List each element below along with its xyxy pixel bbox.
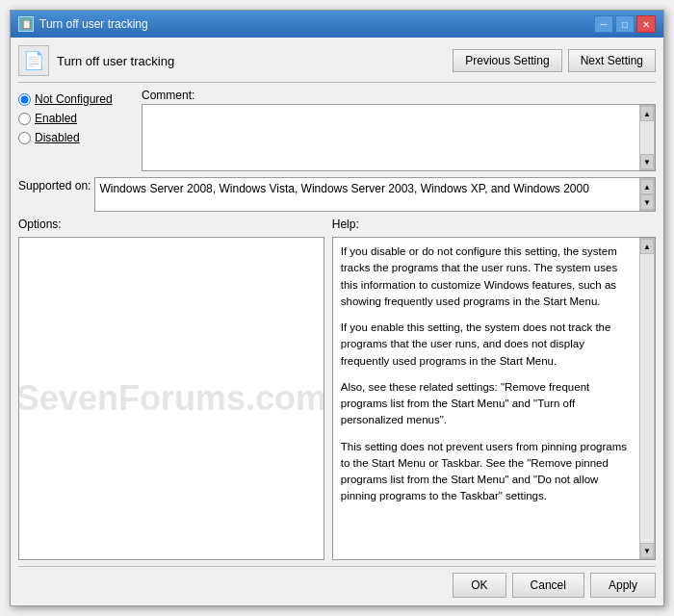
settings-row: Not Configured Enabled Disabled Comment:… <box>18 89 656 171</box>
header-left: 📄 Turn off user tracking <box>18 45 174 76</box>
options-section: SevenForums.com <box>18 237 324 560</box>
disabled-radio[interactable] <box>18 132 31 144</box>
supported-scrollbar[interactable]: ▲ ▼ <box>639 178 655 211</box>
footer: OK Cancel Apply <box>18 566 656 598</box>
supported-row: Supported on: Windows Server 2008, Windo… <box>18 177 656 212</box>
enabled-radio[interactable] <box>18 113 31 125</box>
supported-value: Windows Server 2008, Windows Vista, Wind… <box>95 178 639 211</box>
supported-wrapper: Windows Server 2008, Windows Vista, Wind… <box>94 177 656 212</box>
bottom-section: SevenForums.com If you disable or do not… <box>18 237 656 560</box>
help-paragraph-3: Also, see these related settings: "Remov… <box>341 379 632 429</box>
comment-textarea[interactable] <box>143 105 639 170</box>
comment-scrollbar[interactable]: ▲ ▼ <box>639 105 655 170</box>
help-label-container: Help: <box>332 218 656 231</box>
main-window: 📋 Turn off user tracking ─ □ ✕ 📄 Turn of… <box>10 10 664 606</box>
options-box: SevenForums.com <box>18 237 324 560</box>
disabled-label: Disabled <box>35 131 80 144</box>
comment-textarea-wrapper: ▲ ▼ <box>142 104 656 171</box>
dialog-content: 📄 Turn off user tracking Previous Settin… <box>11 38 663 605</box>
help-scroll-up[interactable]: ▲ <box>640 239 654 254</box>
options-label: Options: <box>18 218 62 231</box>
help-wrapper: If you disable or do not configure this … <box>332 237 656 560</box>
comment-label: Comment: <box>142 89 656 102</box>
close-button[interactable]: ✕ <box>636 15 656 33</box>
help-scroll-down[interactable]: ▼ <box>640 543 654 558</box>
comment-scroll-down[interactable]: ▼ <box>640 154 654 169</box>
header-row: 📄 Turn off user tracking Previous Settin… <box>18 45 656 83</box>
help-paragraph-2: If you enable this setting, the system d… <box>341 320 632 370</box>
supported-scroll-down[interactable]: ▼ <box>640 194 654 210</box>
comment-scroll-up[interactable]: ▲ <box>640 106 654 121</box>
disabled-option[interactable]: Disabled <box>18 131 134 144</box>
next-setting-button[interactable]: Next Setting <box>568 49 656 72</box>
supported-label: Supported on: <box>18 177 91 192</box>
policy-title: Turn off user tracking <box>57 54 174 68</box>
apply-button[interactable]: Apply <box>590 573 656 598</box>
radio-section: Not Configured Enabled Disabled <box>18 89 134 171</box>
section-labels: Options: Help: <box>18 218 656 231</box>
window-title: Turn off user tracking <box>39 17 148 31</box>
maximize-button[interactable]: □ <box>615 15 635 33</box>
not-configured-label: Not Configured <box>35 92 113 106</box>
not-configured-option[interactable]: Not Configured <box>18 92 134 106</box>
cancel-button[interactable]: Cancel <box>512 573 584 598</box>
help-scrollbar[interactable]: ▲ ▼ <box>639 238 655 559</box>
enabled-label: Enabled <box>35 112 77 125</box>
policy-icon: 📄 <box>18 45 49 76</box>
title-controls: ─ □ ✕ <box>594 15 656 33</box>
title-bar-left: 📋 Turn off user tracking <box>18 16 148 32</box>
not-configured-radio[interactable] <box>18 93 31 106</box>
help-paragraph-4: This setting does not prevent users from… <box>341 439 632 505</box>
title-bar: 📋 Turn off user tracking ─ □ ✕ <box>11 11 663 38</box>
window-icon: 📋 <box>18 16 34 32</box>
help-text: If you disable or do not configure this … <box>333 238 639 559</box>
comment-section: Comment: ▲ ▼ <box>142 89 656 171</box>
ok-button[interactable]: OK <box>453 573 506 598</box>
minimize-button[interactable]: ─ <box>594 15 613 33</box>
previous-setting-button[interactable]: Previous Setting <box>453 49 561 72</box>
watermark: SevenForums.com <box>18 378 324 419</box>
help-paragraph-1: If you disable or do not configure this … <box>341 244 632 310</box>
help-section: If you disable or do not configure this … <box>332 237 656 560</box>
options-label-container: Options: <box>18 218 324 231</box>
enabled-option[interactable]: Enabled <box>18 112 134 125</box>
help-label: Help: <box>332 218 359 231</box>
supported-scroll-up[interactable]: ▲ <box>640 179 654 194</box>
header-buttons: Previous Setting Next Setting <box>453 49 656 72</box>
